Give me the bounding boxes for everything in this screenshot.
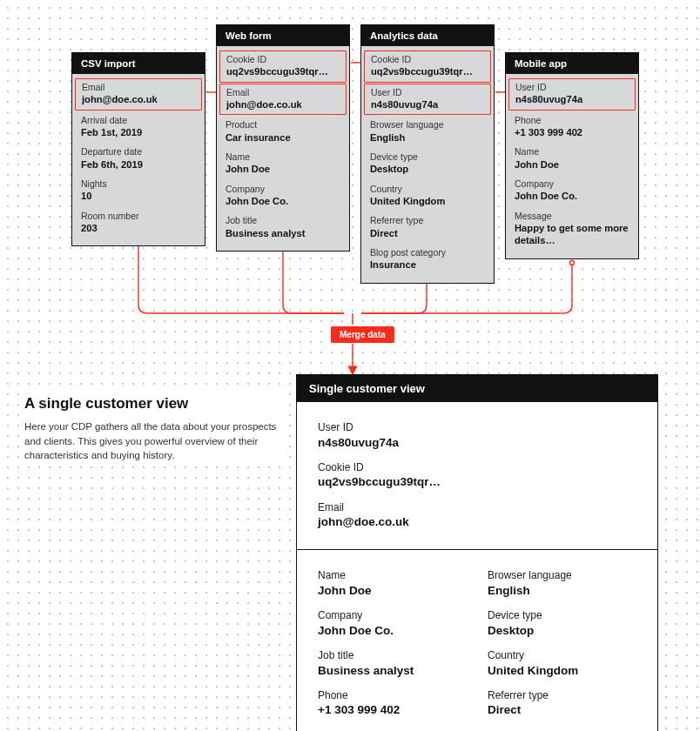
field-label: Room number xyxy=(81,211,196,222)
field: CompanyJohn Doe Co. xyxy=(217,180,349,212)
result-field: CompanyJohn Doe Co. xyxy=(318,609,467,639)
field-value: john@doe.co.uk xyxy=(226,98,340,111)
result-field: NameJohn Doe xyxy=(318,569,467,599)
field-label: Country xyxy=(370,184,485,195)
field: MessageHappy to get some more details… xyxy=(506,207,638,251)
field: ProductCar insurance xyxy=(217,116,349,148)
card-header: CSV import xyxy=(72,53,205,74)
result-field: Device typeDesktop xyxy=(488,609,636,639)
result-field-label: Cookie ID xyxy=(318,461,636,475)
result-field-label: Referrer type xyxy=(488,689,636,703)
card-body: User IDn4s80uvug74aPhone+1 303 999 402Na… xyxy=(506,74,638,258)
result-field: User IDn4s80uvug74a xyxy=(318,421,636,451)
result-field-label: Browser language xyxy=(488,569,636,583)
field: Device typeDesktop xyxy=(361,148,494,180)
result-header: Single customer view xyxy=(297,375,657,402)
field-label: Company xyxy=(515,178,629,190)
result-field-value: English xyxy=(488,583,636,599)
field-value: Car insurance xyxy=(225,131,340,144)
result-field-value: United Kingdom xyxy=(488,663,636,679)
explain-text: A single customer view Here your CDP gat… xyxy=(21,392,282,466)
result-field-label: Company xyxy=(318,609,467,623)
field-value: +1 303 999 402 xyxy=(515,126,629,139)
field-label: Browser language xyxy=(370,119,485,131)
result-field-value: john@doe.co.uk xyxy=(318,514,636,530)
result-field-value: uq2vs9bccugu39tqr… xyxy=(318,474,636,490)
card-header: Web form xyxy=(217,25,349,46)
result-field-value: John Doe Co. xyxy=(318,623,467,639)
field-value: Insurance xyxy=(370,258,485,272)
result-field: Browser languageEnglish xyxy=(488,569,636,599)
field-label: Blog post category xyxy=(370,247,485,258)
field-value: Desktop xyxy=(370,163,485,176)
result-field: Cookie IDuq2vs9bccugu39tqr… xyxy=(318,461,636,491)
result-field-label: User ID xyxy=(318,421,636,435)
explain-body: Here your CDP gathers all the data about… xyxy=(24,419,279,463)
result-field-value: John Doe xyxy=(318,583,467,599)
field: Job titleBusiness analyst xyxy=(217,211,349,244)
card-analytics-data: Analytics data Cookie IDuq2vs9bccugu39tq… xyxy=(360,24,495,284)
result-field-label: Device type xyxy=(488,609,636,623)
result-field-value: Desktop xyxy=(488,623,636,639)
field: Emailjohn@doe.co.uk xyxy=(75,78,202,111)
field: Departure dateFeb 6th, 2019 xyxy=(72,143,205,175)
field: Cookie IDuq2vs9bccugu39tqr… xyxy=(219,50,347,83)
field: Blog post categoryInsurance xyxy=(361,244,494,276)
field-value: john@doe.co.uk xyxy=(82,93,195,106)
field-label: Phone xyxy=(515,115,629,126)
card-mobile-app: Mobile app User IDn4s80uvug74aPhone+1 30… xyxy=(505,52,639,259)
explain-heading: A single customer view xyxy=(24,395,279,412)
merge-data-badge: Merge data xyxy=(331,326,394,343)
field-value: John Doe xyxy=(515,158,629,171)
field: Browser languageEnglish xyxy=(361,116,494,148)
result-field-label: Email xyxy=(318,501,636,515)
result-field: CountryUnited Kingdom xyxy=(488,649,636,679)
field-value: John Doe Co. xyxy=(225,195,340,208)
field: NameJohn Doe xyxy=(217,148,349,180)
field-value: Feb 1st, 2019 xyxy=(81,126,196,139)
result-right-col: Browser languageEnglishDevice typeDeskto… xyxy=(488,569,636,731)
card-csv-import: CSV import Emailjohn@doe.co.ukArrival da… xyxy=(71,52,205,246)
result-field: Job titleBusiness analyst xyxy=(318,649,467,679)
card-web-form: Web form Cookie IDuq2vs9bccugu39tqr…Emai… xyxy=(216,24,350,251)
field-label: Cookie ID xyxy=(371,54,484,65)
card-body: Emailjohn@doe.co.ukArrival dateFeb 1st, … xyxy=(72,74,205,245)
card-body: Cookie IDuq2vs9bccugu39tqr…Emailjohn@doe… xyxy=(217,46,349,251)
field-label: User ID xyxy=(371,87,484,98)
field: CompanyJohn Doe Co. xyxy=(506,175,638,207)
field-label: Cookie ID xyxy=(226,54,340,65)
result-field-value: Business analyst xyxy=(318,663,467,679)
field-label: Product xyxy=(225,119,340,131)
card-header: Analytics data xyxy=(361,25,494,46)
result-field-label: Phone xyxy=(318,689,467,703)
field-value: n4s80uvug74a xyxy=(515,93,629,106)
result-field-value: n4s80uvug74a xyxy=(318,435,636,451)
single-customer-view-panel: Single customer view User IDn4s80uvug74a… xyxy=(296,374,658,731)
field-label: Email xyxy=(82,82,195,93)
field-label: User ID xyxy=(515,82,629,93)
field: NameJohn Doe xyxy=(506,143,638,175)
field-value: uq2vs9bccugu39tqr… xyxy=(226,65,340,78)
field-label: Departure date xyxy=(81,146,196,158)
result-details-section: NameJohn DoeCompanyJohn Doe Co.Job title… xyxy=(297,550,657,731)
field-value: Happy to get some more details… xyxy=(515,222,629,247)
field-label: Name xyxy=(515,146,629,158)
field-label: Referrer type xyxy=(370,215,485,226)
source-cards-row: CSV import Emailjohn@doe.co.ukArrival da… xyxy=(71,24,639,284)
field-value: n4s80uvug74a xyxy=(371,98,484,111)
result-field-label: Job title xyxy=(318,649,467,663)
field: CountryUnited Kingdom xyxy=(361,180,494,212)
result-field: Phone+1 303 999 402 xyxy=(318,689,467,719)
result-field-label: Country xyxy=(488,649,636,663)
field: Emailjohn@doe.co.uk xyxy=(219,84,347,116)
field-label: Email xyxy=(226,87,340,98)
field: Nights10 xyxy=(72,175,205,207)
field-value: 203 xyxy=(81,222,196,235)
field-value: Direct xyxy=(370,227,485,240)
field-label: Arrival date xyxy=(81,115,196,126)
field: Cookie IDuq2vs9bccugu39tqr… xyxy=(364,50,491,83)
field: Phone+1 303 999 402 xyxy=(506,111,638,144)
field-value: Feb 6th, 2019 xyxy=(81,158,196,171)
field-value: John Doe xyxy=(225,163,340,176)
field-value: United Kingdom xyxy=(370,195,485,208)
